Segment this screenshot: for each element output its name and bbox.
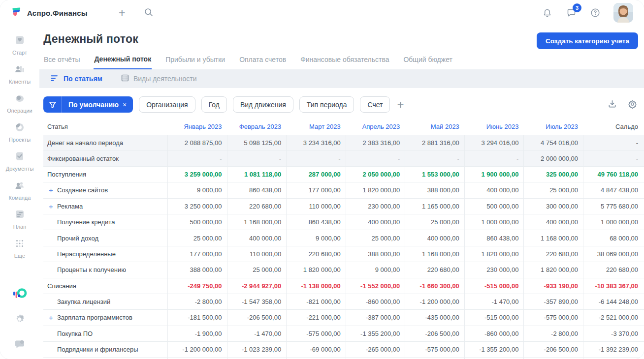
- month-value-cell: 9 000,00: [286, 230, 346, 245]
- aspro-logo-button[interactable]: [12, 288, 27, 302]
- table-row[interactable]: Поступления3 259 000,001 081 118,00287 0…: [43, 167, 644, 182]
- create-category-button[interactable]: Создать категорию учета: [537, 32, 638, 49]
- table-row[interactable]: Подрядчики и фрилансеры-1 200 000,00-1 0…: [43, 342, 644, 358]
- month-value-cell: -1 552 000,00: [346, 278, 405, 294]
- row-label: Закупка лицензий: [57, 298, 110, 305]
- settings-button[interactable]: [13, 313, 26, 327]
- expand-plus-icon[interactable]: +: [48, 202, 54, 210]
- expand-plus-icon[interactable]: +: [48, 186, 54, 194]
- export-button[interactable]: [608, 99, 617, 110]
- avatar[interactable]: [613, 3, 633, 23]
- tab-оплата-счетов[interactable]: Оплата счетов: [239, 55, 287, 69]
- help-button[interactable]: [589, 7, 601, 19]
- filter-chip-год[interactable]: Год: [201, 96, 227, 113]
- gear-icon: [13, 320, 26, 327]
- filter-chip-организация[interactable]: Организация: [139, 96, 195, 113]
- sidebar-item-label: Проекты: [9, 137, 31, 143]
- table-body: Денег на начало периода2 088 875,005 098…: [43, 135, 644, 359]
- sidebar-item-team[interactable]: Команда: [1, 176, 38, 205]
- messages-button[interactable]: 3: [565, 7, 577, 19]
- month-value-cell: -: [286, 150, 346, 166]
- tab-все-отчёты[interactable]: Все отчёты: [43, 55, 80, 69]
- table-row[interactable]: Фиксированный остаток------2 000 000,00-: [43, 150, 644, 166]
- month-value-cell: -387 000,00: [346, 310, 405, 325]
- subtab-label: По статьям: [64, 75, 102, 83]
- column-header-month: Март 2023: [286, 123, 346, 130]
- column-header-month: Июль 2023: [523, 123, 583, 130]
- saldo-value-cell: -: [583, 135, 644, 150]
- month-value-cell: 220 680,00: [405, 262, 464, 277]
- sidebar-item-more[interactable]: Ещё: [1, 234, 38, 263]
- table-row[interactable]: Денег на начало периода2 088 875,005 098…: [43, 135, 644, 150]
- month-value-cell: 388 000,00: [167, 262, 227, 277]
- saldo-value-cell: 49 760 118,00: [583, 167, 644, 182]
- table-row[interactable]: +Зарплата программистов-181 500,00-206 5…: [43, 310, 644, 326]
- tab-денежный-поток[interactable]: Денежный поток: [94, 55, 152, 69]
- row-label: Проценты к получению: [57, 266, 126, 273]
- sidebar-item-label: Ещё: [14, 253, 26, 259]
- filter-clear-icon[interactable]: ×: [123, 101, 133, 109]
- filter-chip-вид-движения[interactable]: Вид движения: [233, 96, 293, 113]
- month-value-cell: -: [167, 150, 227, 166]
- table-row[interactable]: Нераспределенные177 000,00110 000,00220 …: [43, 246, 644, 262]
- table-row[interactable]: Проценты к получению388 000,0025 000,001…: [43, 262, 644, 278]
- saldo-value-cell: -3 370,00: [583, 326, 644, 341]
- search-icon: [144, 7, 154, 19]
- subtab-виды-деятельности[interactable]: Виды деятельности: [121, 74, 197, 83]
- quick-create-button[interactable]: +: [115, 6, 129, 20]
- sidebar-item-operations[interactable]: Операции: [1, 89, 38, 118]
- month-value-cell: 2 050 000,00: [346, 167, 405, 182]
- filter-chip-тип-периода[interactable]: Тип периода: [299, 96, 354, 113]
- month-value-cell: 3 250 000,00: [167, 199, 227, 214]
- month-value-cell: 5 098 125,00: [227, 135, 287, 150]
- month-value-cell: 860 438,00: [286, 214, 346, 230]
- month-value-cell: 400 000,00: [227, 230, 287, 245]
- filter-pill-label: По умолчанию: [62, 101, 123, 109]
- month-value-cell: -860 000,00: [464, 326, 524, 341]
- saldo-value-cell: 220 680,00: [583, 262, 644, 277]
- month-value-cell: 110 000,00: [227, 246, 287, 262]
- row-label-cell: Получение кредита: [43, 214, 167, 230]
- notifications-button[interactable]: [541, 7, 553, 19]
- download-icon: [608, 99, 617, 110]
- sidebar-item-plan[interactable]: План: [1, 205, 38, 234]
- messages-badge: 3: [573, 3, 581, 12]
- table-row[interactable]: +Создание сайтов9 000,00860 438,00177 00…: [43, 182, 644, 198]
- row-label-cell: +Создание сайтов: [43, 182, 167, 198]
- sidebar-item-documents[interactable]: Документы: [1, 147, 38, 176]
- month-value-cell: 110 000,00: [286, 199, 346, 214]
- month-value-cell: 1 081 118,00: [227, 167, 287, 182]
- default-filter-pill[interactable]: По умолчанию ×: [43, 96, 133, 113]
- sidebar-item-clients[interactable]: Клиенты: [1, 60, 38, 89]
- support-chat-button[interactable]: [13, 338, 26, 352]
- month-value-cell: 1 820 000,00: [286, 262, 346, 277]
- add-filter-button[interactable]: +: [397, 99, 404, 111]
- documents-icon: [14, 150, 26, 164]
- row-label-cell: Проценты к получению: [43, 262, 167, 277]
- sidebar-item-label: План: [13, 224, 27, 230]
- tab-финансовые-обязательства[interactable]: Финансовые обязательства: [300, 55, 389, 69]
- saldo-value-cell: 1 000 000,00: [583, 214, 644, 230]
- table-row[interactable]: Списания-249 750,00-2 944 927,00-1 138 0…: [43, 278, 644, 294]
- tab-общий-бюджет[interactable]: Общий бюджет: [403, 55, 452, 69]
- search-button[interactable]: [142, 6, 156, 20]
- month-value-cell: 4 754 016,00: [523, 135, 583, 150]
- table-row[interactable]: Прочий доход25 000,00400 000,009 000,002…: [43, 230, 644, 246]
- subtab-по-статьям[interactable]: По статьям: [51, 75, 102, 83]
- filter-chip-счет[interactable]: Счет: [360, 96, 390, 113]
- table-row[interactable]: +Реклама3 250 000,00220 680,00110 000,00…: [43, 199, 644, 214]
- saldo-value-cell: -2 521 000,00: [583, 310, 644, 325]
- table-row[interactable]: Получение кредита500 000,001 168 000,008…: [43, 214, 644, 230]
- sidebar-item-start[interactable]: Старт: [1, 30, 38, 60]
- expand-plus-icon[interactable]: +: [48, 313, 54, 322]
- month-value-cell: -1 900,00: [167, 326, 227, 341]
- row-label: Денег на начало периода: [47, 139, 123, 147]
- month-value-cell: -515 000,00: [464, 278, 524, 294]
- table-row[interactable]: Закупка лицензий-2 800,00-1 547 358,00-8…: [43, 294, 644, 310]
- brand[interactable]: Аспро.Финансы: [11, 6, 88, 20]
- table-settings-button[interactable]: [628, 99, 637, 110]
- month-value-cell: -1 355 200,00: [346, 326, 405, 341]
- sidebar-item-projects[interactable]: Проекты: [1, 118, 38, 147]
- tab-прибыли-и-убытки[interactable]: Прибыли и убытки: [165, 55, 225, 69]
- table-row[interactable]: Покупка ПО-1 900,00-1 470,00-575 000,00-…: [43, 326, 644, 342]
